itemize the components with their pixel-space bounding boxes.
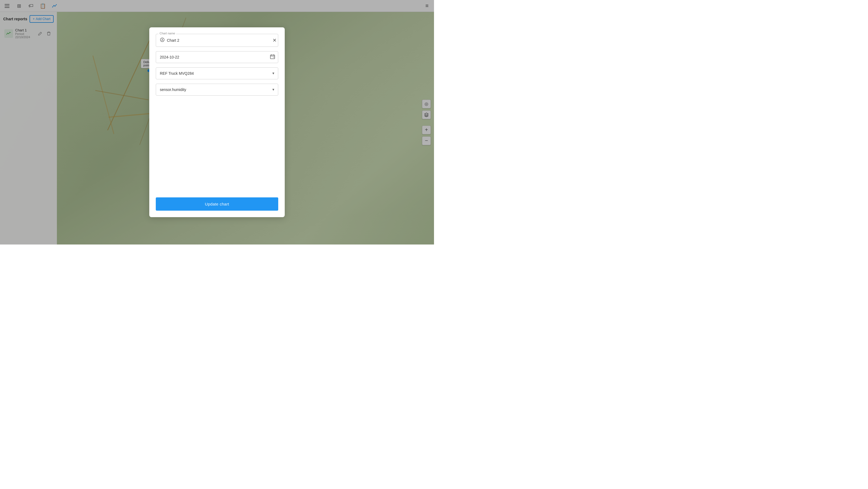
chart-name-field-label: Chart name — [158, 32, 176, 35]
chart-name-input[interactable] — [167, 38, 274, 42]
vehicle-group: REF Truck MVQ284 Truck ABC123 ▼ — [156, 67, 278, 79]
date-input[interactable] — [156, 51, 278, 63]
chart-name-input-wrapper — [156, 34, 278, 47]
sensor-group: sensor.humidity sensor.temperature senso… — [156, 84, 278, 96]
modal-empty-space — [156, 100, 278, 192]
date-group: 31 — [156, 51, 278, 63]
modal-close-button[interactable]: ✕ — [271, 37, 278, 44]
modal-overlay: Chart name ✕ — [0, 0, 434, 244]
sensor-select[interactable]: sensor.humidity sensor.temperature senso… — [156, 84, 278, 96]
update-chart-button[interactable]: Update chart — [156, 197, 278, 211]
modal-footer: Update chart — [149, 192, 285, 217]
edit-chart-modal: Chart name ✕ — [149, 27, 285, 217]
chart-name-field-icon — [160, 37, 165, 43]
calendar-icon: 31 — [270, 54, 275, 60]
vehicle-select[interactable]: REF Truck MVQ284 Truck ABC123 — [156, 67, 278, 79]
chart-name-group: Chart name ✕ — [156, 34, 278, 47]
svg-text:31: 31 — [273, 57, 275, 58]
modal-body: Chart name ✕ — [149, 27, 285, 192]
